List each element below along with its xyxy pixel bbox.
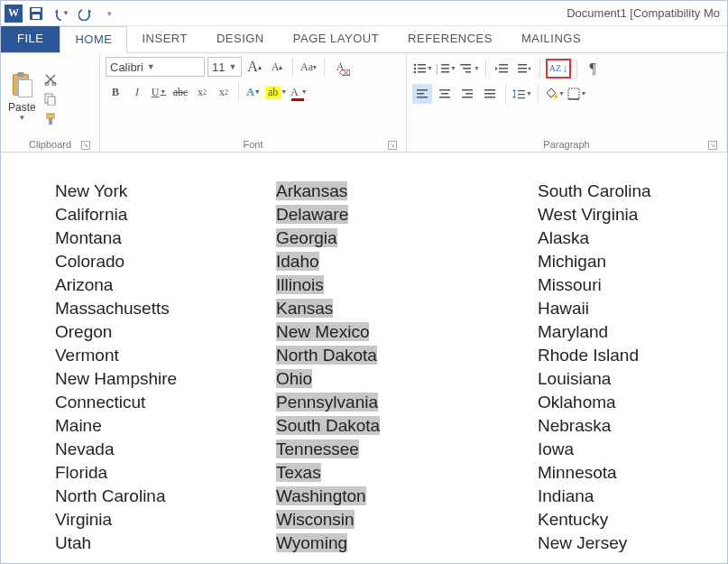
list-item[interactable]: Oklahoma (538, 391, 651, 414)
list-item[interactable]: Florida (55, 461, 276, 485)
cut-button[interactable] (41, 71, 60, 88)
tab-page-layout[interactable]: PAGE LAYOUT (279, 26, 393, 52)
list-item[interactable]: Arizona (55, 273, 276, 297)
list-item[interactable]: New Jersey (538, 532, 651, 555)
align-center-button[interactable] (435, 84, 455, 104)
list-item[interactable]: New Hampshire (55, 367, 276, 391)
dialog-launcher[interactable]: ↘ (81, 141, 90, 150)
list-item[interactable]: Delaware (276, 203, 538, 227)
list-item[interactable]: Pennsylvania (276, 391, 538, 414)
grow-font-button[interactable]: A▴ (244, 57, 264, 77)
sort-button[interactable]: AZ↓ (546, 59, 571, 79)
list-item[interactable]: Michigan (538, 250, 651, 273)
strikethrough-button[interactable]: abc (170, 82, 190, 102)
save-button[interactable] (28, 5, 44, 22)
list-item[interactable]: South Carolina (538, 180, 651, 203)
list-item[interactable]: South Dakota (276, 414, 538, 438)
list-item[interactable]: Virginia (55, 508, 276, 532)
document-area[interactable]: New York California Montana Colorado Ari… (1, 153, 727, 564)
list-item[interactable]: North Carolina (55, 485, 276, 508)
list-item[interactable]: Nebraska (538, 414, 651, 438)
undo-button[interactable]: ▼ (53, 5, 69, 22)
list-item[interactable]: Rhode Island (538, 344, 651, 367)
list-item[interactable]: Texas (276, 461, 538, 485)
increase-indent-button[interactable] (514, 59, 534, 79)
borders-button[interactable]: ▼ (567, 84, 587, 104)
list-item[interactable]: Arkansas (276, 180, 538, 203)
list-item[interactable]: New Mexico (276, 320, 538, 344)
underline-button[interactable]: U▼ (149, 82, 169, 102)
list-item[interactable]: Wyoming (276, 532, 538, 555)
clear-formatting-button[interactable]: A⌫ (330, 57, 350, 77)
list-item[interactable]: Minnesota (538, 461, 651, 485)
font-name-combo[interactable]: Calibri▼ (106, 57, 205, 77)
copy-button[interactable] (41, 91, 60, 107)
align-right-button[interactable] (457, 84, 477, 104)
tab-design[interactable]: DESIGN (202, 26, 279, 52)
dropdown-icon[interactable]: ▼ (18, 114, 25, 122)
list-item[interactable]: West Virginia (538, 203, 651, 227)
list-item[interactable]: Colorado (55, 250, 276, 273)
dropdown-icon[interactable]: ▼ (147, 62, 155, 71)
show-marks-button[interactable]: ¶ (583, 59, 603, 79)
list-item[interactable]: Kansas (276, 297, 538, 320)
list-item[interactable]: Idaho (276, 250, 538, 273)
dialog-launcher[interactable]: ↘ (708, 141, 717, 150)
paste-button[interactable]: Paste ▼ (6, 70, 38, 124)
tab-home[interactable]: HOME (60, 26, 127, 53)
list-item[interactable]: Wisconsin (276, 508, 538, 532)
list-item[interactable]: Louisiana (538, 367, 651, 391)
list-item[interactable]: Nevada (55, 438, 276, 461)
change-case-button[interactable]: Aa▾ (299, 57, 318, 77)
shrink-font-button[interactable]: A▴ (267, 57, 287, 77)
shading-button[interactable]: ▼ (544, 84, 565, 104)
highlight-button[interactable]: ab▼ (265, 82, 287, 102)
numbering-button[interactable]: 123▼ (436, 59, 456, 79)
window-title: Document1 [Compatibility Mo (112, 6, 723, 20)
decrease-indent-button[interactable] (492, 59, 511, 79)
list-item[interactable]: Washington (276, 485, 538, 508)
list-item[interactable]: Maryland (538, 320, 651, 344)
dialog-launcher[interactable]: ↘ (388, 141, 397, 150)
list-item[interactable]: Georgia (276, 227, 538, 250)
list-item[interactable]: Montana (55, 227, 276, 250)
list-item[interactable]: Kentucky (538, 508, 651, 532)
list-item[interactable]: Missouri (538, 273, 651, 297)
list-item[interactable]: Illinois (276, 273, 538, 297)
text-effects-button[interactable]: A▼ (244, 82, 263, 102)
list-item[interactable]: Alaska (538, 227, 651, 250)
list-item[interactable]: Massachusetts (55, 297, 276, 320)
list-item[interactable]: North Dakota (276, 344, 538, 367)
list-item[interactable]: Iowa (538, 438, 651, 461)
redo-button[interactable] (78, 5, 95, 22)
list-item[interactable]: Hawaii (538, 297, 651, 320)
dropdown-icon[interactable]: ▼ (62, 9, 69, 17)
format-painter-button[interactable] (41, 111, 60, 127)
subscript-button[interactable]: x2 (192, 82, 212, 102)
tab-file[interactable]: FILE (1, 26, 60, 52)
italic-button[interactable]: I (127, 82, 147, 102)
tab-mailings[interactable]: MAILINGS (507, 26, 595, 52)
tab-references[interactable]: REFERENCES (393, 26, 507, 52)
list-item[interactable]: Maine (55, 414, 276, 438)
bullets-button[interactable]: ▼ (412, 59, 433, 79)
multilevel-list-button[interactable]: ▼ (459, 59, 480, 79)
list-item[interactable]: California (55, 203, 276, 227)
list-item[interactable]: Vermont (55, 344, 276, 367)
list-item[interactable]: Tennessee (276, 438, 538, 461)
list-item[interactable]: Oregon (55, 320, 276, 344)
justify-button[interactable] (480, 84, 500, 104)
tab-insert[interactable]: INSERT (127, 26, 201, 52)
line-spacing-button[interactable]: ▼ (511, 84, 532, 104)
list-item[interactable]: New York (55, 180, 276, 203)
superscript-button[interactable]: x2 (214, 82, 234, 102)
font-color-button[interactable]: A▼ (289, 82, 309, 102)
bold-button[interactable]: B (106, 82, 125, 102)
dropdown-icon[interactable]: ▼ (228, 62, 236, 71)
list-item[interactable]: Ohio (276, 367, 538, 391)
list-item[interactable]: Connecticut (55, 391, 276, 414)
list-item[interactable]: Utah (55, 532, 276, 555)
list-item[interactable]: Indiana (538, 485, 651, 508)
align-left-button[interactable] (412, 84, 432, 104)
font-size-combo[interactable]: 11▼ (207, 57, 242, 77)
